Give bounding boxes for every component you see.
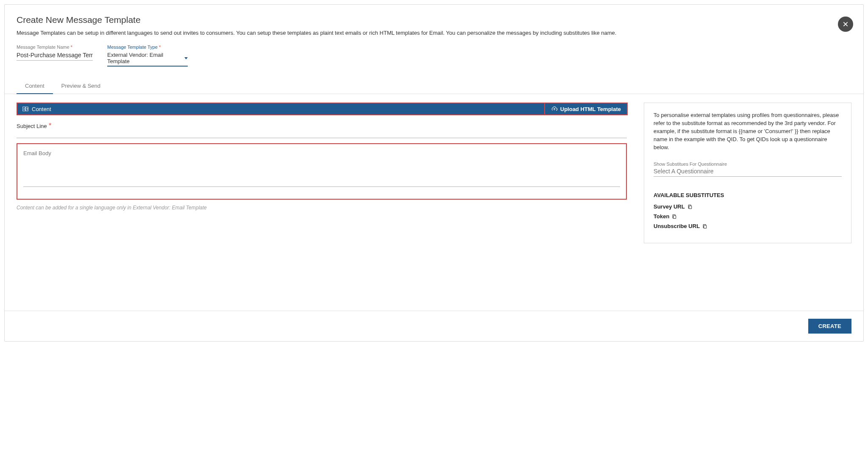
substitutes-list: Survey URL Token Unsubscribe URL <box>654 202 842 231</box>
modal-header: Create New Message Template <box>5 5 863 29</box>
svg-rect-6 <box>689 206 691 209</box>
template-name-label: Message Template Name * <box>17 45 93 50</box>
required-indicator: * <box>49 122 51 129</box>
svg-rect-8 <box>704 225 707 228</box>
create-button[interactable]: CREATE <box>808 319 851 334</box>
questionnaire-select[interactable] <box>654 167 842 177</box>
upload-html-template-button[interactable]: Upload HTML Template <box>544 103 628 115</box>
tabs: Content Preview & Send <box>5 78 863 94</box>
subject-line-field: Subject Line * <box>17 122 627 138</box>
substitutes-description: To personalise external templates using … <box>654 111 842 151</box>
required-indicator: * <box>71 45 72 50</box>
substitute-label: Token <box>654 213 669 220</box>
modal-title: Create New Message Template <box>17 15 851 25</box>
substitute-label: Survey URL <box>654 203 685 210</box>
template-name-label-text: Message Template Name <box>17 45 70 50</box>
template-meta-row: Message Template Name * Message Template… <box>5 45 863 78</box>
substitutes-panel: To personalise external templates using … <box>644 103 851 243</box>
template-name-input[interactable] <box>17 50 93 61</box>
content-helper-text: Content can be added for a single langua… <box>17 205 627 211</box>
modal-body: A 文 Content Upload HTML Template <box>5 94 863 311</box>
modal-intro: Message Templates can be setup in differ… <box>5 29 863 45</box>
template-type-label: Message Template Type * <box>107 45 188 50</box>
upload-html-template-label: Upload HTML Template <box>560 106 621 112</box>
copy-icon[interactable] <box>672 214 677 219</box>
tab-content[interactable]: Content <box>17 78 53 94</box>
content-bar: A 文 Content Upload HTML Template <box>17 103 627 115</box>
subject-line-label: Subject Line <box>17 123 47 129</box>
template-type-field: Message Template Type * External Vendor:… <box>107 45 188 67</box>
copy-icon[interactable] <box>687 204 693 209</box>
content-column: A 文 Content Upload HTML Template <box>17 103 627 211</box>
substitute-token: Token <box>654 211 842 221</box>
substitute-survey-url: Survey URL <box>654 202 842 211</box>
close-button[interactable] <box>838 17 853 32</box>
chevron-down-icon <box>184 57 188 59</box>
template-type-value: External Vendor: Email Template <box>107 50 182 66</box>
available-substitutes-title: AVAILABLE SUBSTITUTES <box>654 192 842 198</box>
email-body-field: Email Body <box>17 143 627 200</box>
substitute-label: Unsubscribe URL <box>654 223 700 229</box>
create-template-modal: Create New Message Template Message Temp… <box>4 4 864 342</box>
template-type-select[interactable]: External Vendor: Email Template <box>107 50 188 67</box>
template-type-label-text: Message Template Type <box>107 45 158 50</box>
substitute-unsubscribe-url: Unsubscribe URL <box>654 221 842 231</box>
questionnaire-select-field: Show Substitues For Questionnaire <box>654 161 842 177</box>
svg-text:文: 文 <box>26 107 28 110</box>
copy-icon[interactable] <box>702 224 707 229</box>
svg-rect-7 <box>673 216 676 219</box>
required-indicator: * <box>159 45 161 50</box>
cloud-upload-icon <box>551 106 558 112</box>
questionnaire-select-label: Show Substitues For Questionnaire <box>654 161 842 167</box>
email-body-input[interactable] <box>23 157 620 187</box>
svg-text:A: A <box>23 108 25 110</box>
content-bar-label-wrap: A 文 Content <box>22 106 51 112</box>
template-name-field: Message Template Name * <box>17 45 93 67</box>
tab-preview-send[interactable]: Preview & Send <box>53 78 109 94</box>
content-icon: A 文 <box>22 106 28 111</box>
email-body-label: Email Body <box>23 150 620 156</box>
close-icon <box>842 21 849 28</box>
subject-line-label-wrap: Subject Line * <box>17 122 627 130</box>
content-bar-label: Content <box>32 106 51 112</box>
modal-footer: CREATE <box>5 311 863 341</box>
subject-line-input[interactable] <box>17 130 627 138</box>
